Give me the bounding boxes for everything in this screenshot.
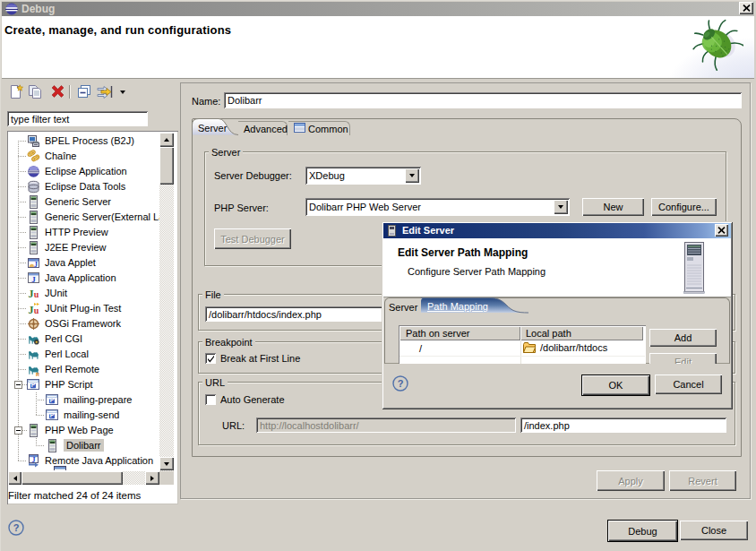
svg-text:J: J: [34, 261, 38, 269]
svg-text:J: J: [29, 287, 34, 299]
svg-text:J: J: [31, 274, 36, 283]
svg-text:P: P: [50, 412, 55, 418]
svg-text:u: u: [34, 305, 39, 314]
svg-text:P: P: [31, 382, 36, 388]
svg-text:?: ?: [398, 378, 404, 389]
svg-text:u: u: [34, 288, 39, 298]
svg-text:R: R: [36, 371, 39, 376]
svg-text:?: ?: [13, 522, 20, 533]
svg-text:P: P: [50, 397, 55, 403]
svg-text:J: J: [29, 303, 34, 315]
svg-text:J: J: [32, 455, 36, 463]
